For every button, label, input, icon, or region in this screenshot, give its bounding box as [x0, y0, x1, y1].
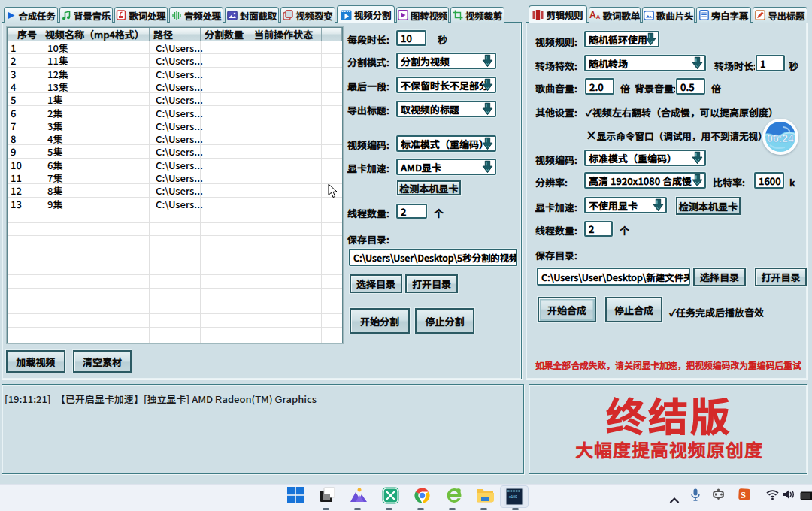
svg-text:A: A: [596, 14, 601, 20]
svg-text:x100: x100: [509, 494, 517, 499]
svg-text:A: A: [589, 10, 596, 20]
svg-text:S: S: [741, 490, 746, 500]
svg-text:06:24: 06:24: [767, 132, 794, 144]
